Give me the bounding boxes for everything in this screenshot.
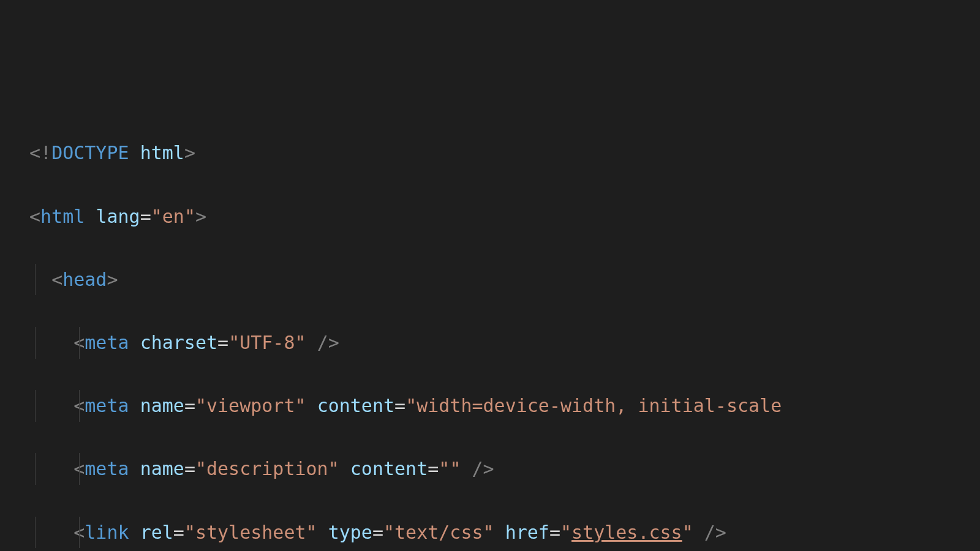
self-close: /> (704, 522, 726, 543)
attr-quote-open: " (195, 395, 206, 416)
code-line-meta-charset[interactable]: <meta charset="UTF-8" /> (29, 327, 980, 359)
attr-quote-close: " (483, 522, 494, 543)
doctype-bang: <! (29, 142, 51, 163)
attr-eq: = (372, 522, 383, 543)
attr-val-rel: stylesheet (195, 522, 306, 543)
attr-eq: = (549, 522, 560, 543)
attr-quote-open: " (228, 332, 239, 353)
doctype-type: html (140, 142, 184, 163)
attr-val-href[interactable]: styles.css (571, 522, 682, 543)
attr-quote-open: " (195, 458, 206, 479)
angle-close: > (107, 269, 118, 290)
attr-eq: = (394, 395, 405, 416)
attr-eq: = (140, 206, 151, 227)
attr-val-type: text/css (394, 522, 483, 543)
attr-content: content (317, 395, 394, 416)
indent-guide (35, 390, 36, 422)
attr-charset: charset (140, 332, 217, 353)
code-line-doctype[interactable]: <!DOCTYPE html> (29, 137, 980, 169)
attr-quote-close: " (306, 522, 317, 543)
code-line-head-open[interactable]: <head> (29, 264, 980, 296)
tag-head: head (62, 269, 107, 290)
attr-quote-open: " (184, 522, 195, 543)
doctype-keyword: DOCTYPE (51, 142, 129, 163)
code-line-meta-description[interactable]: <meta name="description" content="" /> (29, 453, 980, 485)
attr-quote-open: " (405, 395, 417, 416)
attr-rel: rel (140, 522, 173, 543)
attr-content: content (350, 458, 428, 479)
angle-open: < (51, 269, 62, 290)
attr-val-viewport-content: width=device-width, initial-scale (417, 395, 782, 416)
attr-quote-close: " (682, 522, 693, 543)
attr-eq: = (428, 458, 439, 479)
attr-href: href (505, 522, 549, 543)
angle-open: < (29, 206, 40, 227)
attr-quote-close: " (295, 395, 306, 416)
indent-guide (35, 453, 36, 485)
indent-guide (35, 264, 36, 296)
attr-val-viewport: viewport (206, 395, 295, 416)
indent-guide (35, 327, 36, 359)
code-line-meta-viewport[interactable]: <meta name="viewport" content="width=dev… (29, 390, 980, 422)
attr-eq: = (184, 395, 195, 416)
self-close: /> (317, 332, 339, 353)
attr-quote-open: " (560, 522, 571, 543)
attr-val-lang: en (162, 206, 184, 227)
indent-guide (35, 517, 36, 549)
attr-quote-open: " (151, 206, 162, 227)
attr-eq: = (217, 332, 228, 353)
attr-quote-close: " (295, 332, 306, 353)
attr-quote-close: " (184, 206, 195, 227)
indent-guide (79, 390, 80, 422)
attr-name: name (140, 395, 184, 416)
tag-meta: meta (85, 395, 129, 416)
attr-type: type (328, 522, 372, 543)
attr-quote-close: " (328, 458, 339, 479)
tag-meta: meta (85, 458, 129, 479)
attr-eq: = (173, 522, 184, 543)
angle-close: > (184, 142, 195, 163)
attr-quote-close: " (450, 458, 461, 479)
attr-name: name (140, 458, 184, 479)
attr-quote-open: " (383, 522, 394, 543)
tag-html: html (40, 206, 85, 227)
code-line-html-open[interactable]: <html lang="en"> (29, 201, 980, 233)
tag-link: link (85, 522, 129, 543)
attr-val-charset: UTF-8 (239, 332, 295, 353)
angle-close: > (195, 206, 206, 227)
attr-quote-open: " (439, 458, 450, 479)
indent-guide (79, 453, 80, 485)
tag-meta: meta (85, 332, 129, 353)
self-close: /> (472, 458, 494, 479)
attr-eq: = (184, 458, 195, 479)
code-line-link-stylesheet[interactable]: <link rel="stylesheet" type="text/css" h… (29, 517, 980, 549)
attr-val-description: description (206, 458, 328, 479)
attr-lang: lang (96, 206, 140, 227)
indent-guide (79, 517, 80, 549)
indent-guide (79, 327, 80, 359)
